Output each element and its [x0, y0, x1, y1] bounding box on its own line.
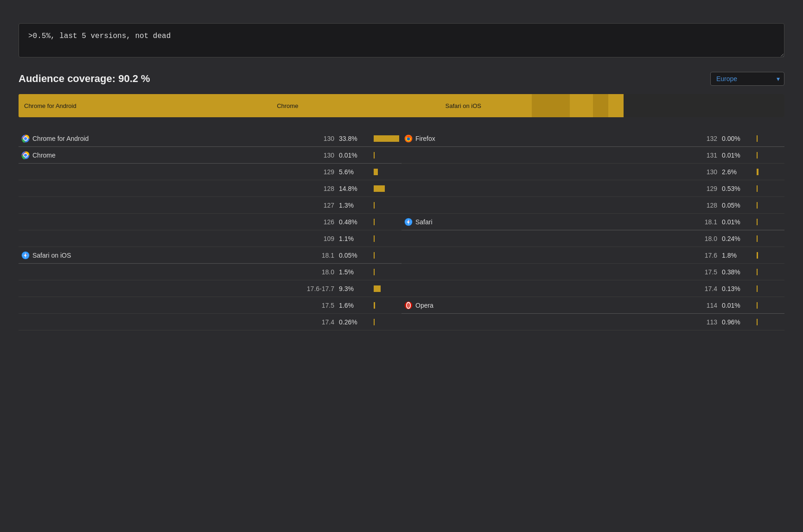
usage-bar [757, 251, 784, 260]
left-column: Chrome for Android13033.8% Chrome1300.01… [19, 130, 402, 330]
usage-bar [757, 151, 784, 160]
right-column: Firefox1320.00%1310.01%1302.6%1290.53%12… [402, 130, 784, 330]
opera-icon [402, 301, 415, 310]
usage-bar [374, 317, 402, 327]
bar-extra4 [608, 94, 624, 117]
chrome-icon [19, 151, 32, 160]
version-number: 132 [689, 135, 722, 142]
version-number: 127 [306, 202, 339, 209]
version-number: 129 [306, 168, 339, 176]
version-number: 113 [689, 318, 722, 326]
percentage-value: 1.6% [339, 302, 374, 309]
bar-extra1 [532, 94, 570, 117]
bar-rest [624, 94, 784, 117]
version-number: 126 [306, 218, 339, 226]
browser-name: Safari on iOS [32, 252, 306, 259]
version-row: 18.01.5% [19, 264, 402, 280]
bar-chrome: Chrome [271, 94, 440, 117]
usage-bar [374, 234, 402, 243]
safari-icon [19, 251, 32, 260]
bar-extra3 [593, 94, 608, 117]
version-number: 130 [306, 135, 339, 142]
version-number: 18.0 [689, 235, 722, 242]
usage-bar [757, 167, 784, 177]
percentage-value: 9.3% [339, 285, 374, 292]
svg-point-2 [24, 137, 27, 140]
version-row: 17.51.6% [19, 297, 402, 314]
percentage-value: 0.26% [339, 318, 374, 326]
browser-bar-strip: Chrome for Android Chrome Safari on iOS [19, 94, 784, 117]
percentage-value: 0.05% [339, 252, 374, 259]
bar-extra2 [570, 94, 593, 117]
safari-icon [402, 217, 415, 227]
svg-point-5 [24, 153, 27, 157]
browser-name: Chrome [32, 152, 306, 159]
query-input[interactable] [19, 23, 784, 57]
version-number: 17.4 [306, 318, 339, 326]
version-number: 130 [306, 152, 339, 159]
version-row: 1295.6% [19, 164, 402, 180]
usage-bar [757, 284, 784, 293]
usage-bar [374, 184, 402, 193]
version-number: 17.6-17.7 [306, 285, 339, 292]
version-number: 130 [689, 168, 722, 176]
version-number: 17.5 [306, 302, 339, 309]
bar-safari-ios: Safari on iOS [440, 94, 532, 117]
version-number: 18.1 [306, 252, 339, 259]
version-row: 1302.6% [402, 164, 784, 180]
usage-bar [374, 151, 402, 160]
version-number: 129 [689, 185, 722, 192]
percentage-value: 0.01% [722, 152, 757, 159]
usage-bar [374, 267, 402, 277]
percentage-value: 0.96% [722, 318, 757, 326]
usage-bar [374, 251, 402, 260]
bar-chrome-android: Chrome for Android [19, 94, 271, 117]
percentage-value: 1.3% [339, 202, 374, 209]
usage-bar [374, 284, 402, 293]
svg-point-14 [407, 137, 410, 140]
version-number: 131 [689, 152, 722, 159]
version-number: 17.5 [689, 268, 722, 276]
version-row: 17.6-17.79.3% [19, 280, 402, 297]
version-row: 1310.01% [402, 147, 784, 164]
percentage-value: 0.05% [722, 202, 757, 209]
browser-data-grid: Chrome for Android13033.8% Chrome1300.01… [19, 130, 784, 330]
version-number: 128 [689, 202, 722, 209]
version-row: 17.50.38% [402, 264, 784, 280]
region-select[interactable]: Europe Global US Asia [710, 72, 784, 86]
percentage-value: 1.1% [339, 235, 374, 242]
percentage-value: 5.6% [339, 168, 374, 176]
svg-point-23 [408, 302, 410, 308]
version-row: 1091.1% [19, 230, 402, 247]
browser-header-firefox: Firefox1320.00% [402, 130, 784, 147]
percentage-value: 0.38% [722, 268, 757, 276]
browser-header-chrome-for-android: Chrome for Android13033.8% [19, 130, 402, 147]
usage-bar [757, 267, 784, 277]
usage-bar [374, 301, 402, 310]
percentage-value: 14.8% [339, 185, 374, 192]
version-row: 1260.48% [19, 214, 402, 230]
percentage-value: 0.01% [339, 152, 374, 159]
browser-header-safari-on-ios: Safari on iOS18.10.05% [19, 247, 402, 264]
version-row: 17.40.26% [19, 314, 402, 330]
version-row: 1271.3% [19, 197, 402, 214]
chrome-icon [19, 134, 32, 143]
percentage-value: 1.5% [339, 268, 374, 276]
version-number: 128 [306, 185, 339, 192]
version-number: 17.6 [689, 252, 722, 259]
browser-name: Firefox [415, 135, 689, 142]
percentage-value: 0.01% [722, 218, 757, 226]
version-row: 12814.8% [19, 180, 402, 197]
usage-bar [757, 234, 784, 243]
version-row: 17.61.8% [402, 247, 784, 264]
usage-bar [374, 217, 402, 227]
browser-name: Opera [415, 302, 689, 309]
coverage-title: Audience coverage: 90.2 % [19, 73, 150, 85]
percentage-value: 0.24% [722, 235, 757, 242]
usage-bar [374, 134, 402, 143]
percentage-value: 0.53% [722, 185, 757, 192]
usage-bar [757, 317, 784, 327]
browser-header-chrome: Chrome1300.01% [19, 147, 402, 164]
version-row: 1130.96% [402, 314, 784, 330]
usage-bar [757, 201, 784, 210]
